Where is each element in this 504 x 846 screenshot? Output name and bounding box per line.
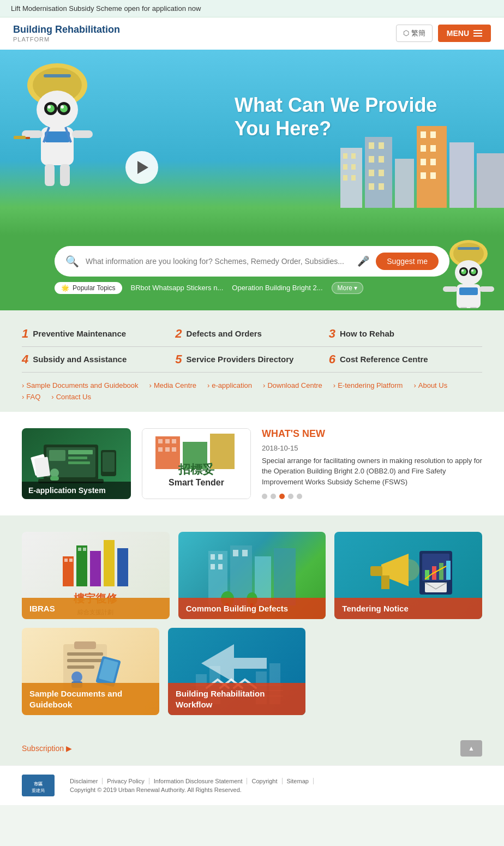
svg-rect-127 xyxy=(67,659,103,662)
subnav-etendering[interactable]: E-tendering Platform xyxy=(333,381,414,389)
svg-rect-70 xyxy=(49,450,65,461)
svg-rect-85 xyxy=(165,439,170,443)
common-defects-tile[interactable]: Common Building Defects xyxy=(178,532,326,619)
subnav-faq[interactable]: FAQ xyxy=(22,393,51,401)
subnav-contact[interactable]: Contact Us xyxy=(51,393,102,401)
menu-button[interactable]: MENU xyxy=(438,25,491,42)
nav-item-subsidy[interactable]: 4 Subsidy and Assistance xyxy=(22,347,175,373)
tiles-row-2: Sample Documents and Guidebook xyxy=(22,628,305,715)
svg-rect-67 xyxy=(470,307,477,308)
dot-2[interactable] xyxy=(271,494,276,499)
svg-point-9 xyxy=(61,105,64,109)
search-input[interactable] xyxy=(86,257,351,266)
svg-rect-71 xyxy=(68,450,93,454)
subnav-aboutus[interactable]: About Us xyxy=(413,381,458,389)
nav-item-service[interactable]: 5 Service Providers Directory xyxy=(175,347,328,373)
nav-label-3: How to Rehab xyxy=(340,329,394,338)
svg-rect-80 xyxy=(50,476,59,481)
svg-rect-126 xyxy=(67,652,103,656)
topic-link-1[interactable]: BRbot Whatsapp Stickers n... xyxy=(131,284,224,292)
svg-point-79 xyxy=(50,469,59,477)
svg-rect-99 xyxy=(78,548,81,551)
dot-1[interactable] xyxy=(262,494,267,499)
footer-disclaimer[interactable]: Disclaimer xyxy=(65,778,103,784)
svg-rect-78 xyxy=(34,457,51,477)
nav-label-1: Preventive Maintenance xyxy=(33,329,126,338)
svg-rect-93 xyxy=(76,545,87,586)
footer-sitemap[interactable]: Sitemap xyxy=(283,778,314,784)
subnav-eapplication[interactable]: e-application xyxy=(207,381,263,389)
news-text: Special arrange for facilitating owners … xyxy=(262,455,482,488)
play-button[interactable] xyxy=(125,151,158,184)
building-rehab-label: Building Rehabilitation Workflow xyxy=(168,683,305,715)
svg-rect-98 xyxy=(69,559,73,562)
svg-rect-86 xyxy=(172,439,176,443)
svg-rect-16 xyxy=(14,136,26,139)
more-topics-button[interactable]: More ▾ xyxy=(332,282,364,294)
nav-item-cost[interactable]: 6 Cost Reference Centre xyxy=(329,347,482,373)
svg-rect-104 xyxy=(274,548,296,605)
nav-grid: 1 Preventive Maintenance 2 Defects and O… xyxy=(22,321,482,373)
ibras-label: IBRAS xyxy=(22,598,170,620)
subnav-media[interactable]: Media Centre xyxy=(149,381,207,389)
svg-rect-125 xyxy=(74,641,96,649)
svg-rect-88 xyxy=(165,447,170,452)
topic-link-2[interactable]: Operation Building Bright 2... xyxy=(232,284,322,292)
eapp-card[interactable]: E-application System xyxy=(22,428,131,499)
microphone-icon[interactable]: 🎤 xyxy=(357,255,369,267)
subscription-link[interactable]: Subscription ▶ xyxy=(22,744,72,753)
subscription-bar: Subscription ▶ ▲ xyxy=(0,731,504,765)
building-rehab-tile[interactable]: Building Rehabilitation Workflow xyxy=(168,628,305,715)
svg-point-8 xyxy=(47,105,51,109)
footer-copyright-text: Copyright © 2019 Urban Renewal Authority… xyxy=(65,787,246,793)
cards-section: E-application System Smart Ten xyxy=(0,412,504,516)
share-lang-button[interactable]: ⬡ 繁簡 xyxy=(396,25,433,42)
svg-point-129 xyxy=(71,671,82,682)
sample-docs-tile[interactable]: Sample Documents and Guidebook xyxy=(22,628,159,715)
svg-rect-13 xyxy=(60,164,70,186)
header-actions: ⬡ 繁簡 MENU xyxy=(396,25,491,42)
nav-item-preventive[interactable]: 1 Preventive Maintenance xyxy=(22,321,175,347)
back-to-top-button[interactable]: ▲ xyxy=(460,740,482,757)
dot-5[interactable] xyxy=(297,494,302,499)
ibras-tile[interactable]: 樓宇復修 綜合支援計劃 IBRAS xyxy=(22,532,170,619)
svg-rect-66 xyxy=(460,307,467,308)
svg-text:重建局: 重建局 xyxy=(32,788,45,793)
dot-4[interactable] xyxy=(288,494,293,499)
svg-rect-15 xyxy=(72,130,93,138)
smart-tender-card[interactable]: Smart Tender 招標妥 xyxy=(142,428,251,499)
logo: Building Rehabilitation PLATFORM xyxy=(13,24,120,43)
dot-3[interactable] xyxy=(279,494,285,499)
nav-item-howtorehab[interactable]: 3 How to Rehab xyxy=(329,321,482,347)
popular-topics-badge: 🌟 Popular Topics xyxy=(55,282,122,294)
nav-num-5: 5 xyxy=(175,352,182,367)
footer-privacy[interactable]: Privacy Policy xyxy=(103,778,149,784)
subnav-download[interactable]: Download Centre xyxy=(263,381,333,389)
tendering-notice-tile[interactable]: Tendering Notice xyxy=(334,532,482,619)
svg-text:招標妥: 招標妥 xyxy=(178,463,215,476)
nav-num-3: 3 xyxy=(329,327,335,341)
navigation-section: 1 Preventive Maintenance 2 Defects and O… xyxy=(0,310,504,412)
svg-rect-17 xyxy=(26,137,30,139)
svg-point-55 xyxy=(455,260,482,285)
subnav-sample-docs[interactable]: Sample Documents and Guidebook xyxy=(22,381,149,389)
svg-rect-123 xyxy=(425,583,447,592)
suggest-button[interactable]: Suggest me xyxy=(376,253,439,270)
svg-text:Smart Tender: Smart Tender xyxy=(169,478,224,487)
robot-right xyxy=(439,237,499,310)
grass-ground xyxy=(0,208,504,235)
header: Building Rehabilitation PLATFORM ⬡ 繁簡 ME… xyxy=(0,17,504,50)
svg-rect-54 xyxy=(458,247,479,250)
tiles-section: 樓宇復修 綜合支援計劃 IBRAS xyxy=(0,515,504,731)
svg-rect-97 xyxy=(64,559,68,562)
nav-label-2: Defects and Orders xyxy=(187,329,262,338)
news-date: 2018-10-15 xyxy=(262,444,482,452)
nav-item-defects[interactable]: 2 Defects and Orders xyxy=(175,321,328,347)
sub-navigation: Sample Documents and Guidebook Media Cen… xyxy=(22,381,482,401)
footer-disclosure[interactable]: Information Disclosure Statement xyxy=(149,778,248,784)
nav-label-6: Cost Reference Centre xyxy=(340,355,428,364)
hero-section: What Can We Provide You Here? xyxy=(0,50,504,235)
svg-rect-128 xyxy=(67,665,94,669)
svg-rect-2 xyxy=(44,74,71,77)
footer-copyright[interactable]: Copyright xyxy=(247,778,282,784)
